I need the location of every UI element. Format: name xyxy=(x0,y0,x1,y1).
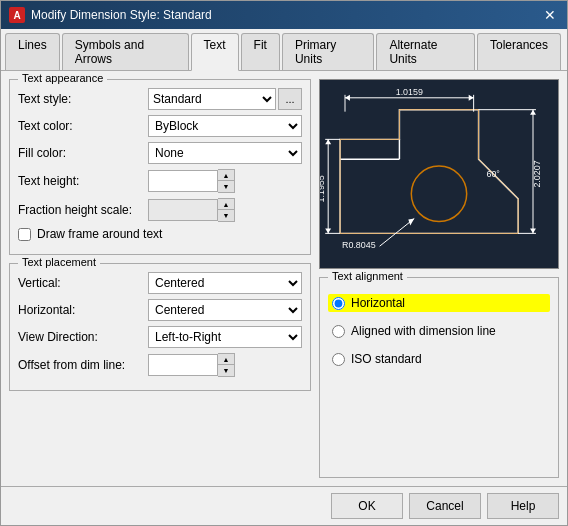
fill-color-row: Fill color: None xyxy=(18,142,302,164)
svg-text:60°: 60° xyxy=(486,169,500,179)
text-height-label: Text height: xyxy=(18,174,148,188)
right-panel: 1.0159 1.1955 2.0207 60° xyxy=(319,79,559,478)
horizontal-row: Horizontal: Centered xyxy=(18,299,302,321)
vertical-select[interactable]: Centered xyxy=(148,272,302,294)
text-color-label: Text color: xyxy=(18,119,148,133)
alignment-dimension-row: Aligned with dimension line xyxy=(328,322,550,340)
draw-frame-row: Draw frame around text xyxy=(18,227,302,241)
text-height-input[interactable]: 0.1800 xyxy=(148,170,218,192)
offset-row: Offset from dim line: 0.0900 ▲ ▼ xyxy=(18,353,302,377)
text-alignment-title: Text alignment xyxy=(328,270,407,282)
alignment-dimension-radio[interactable] xyxy=(332,325,345,338)
offset-spinner: 0.0900 ▲ ▼ xyxy=(148,353,302,377)
title-bar-left: A Modify Dimension Style: Standard xyxy=(9,7,212,23)
view-direction-label: View Direction: xyxy=(18,330,148,344)
app-icon: A xyxy=(9,7,25,23)
text-height-spinner-btns: ▲ ▼ xyxy=(218,169,235,193)
left-panel: Text appearance Text style: Standard ...… xyxy=(9,79,311,478)
text-alignment-group: Text alignment Horizontal Aligned with d… xyxy=(319,277,559,478)
offset-down-button[interactable]: ▼ xyxy=(218,365,234,376)
view-direction-select[interactable]: Left-to-Right xyxy=(148,326,302,348)
view-direction-row: View Direction: Left-to-Right xyxy=(18,326,302,348)
fraction-height-down-button[interactable]: ▼ xyxy=(218,210,234,221)
alignment-horizontal-label: Horizontal xyxy=(351,296,405,310)
text-style-select[interactable]: Standard xyxy=(148,88,276,110)
horizontal-label: Horizontal: xyxy=(18,303,148,317)
text-color-select[interactable]: ByBlock xyxy=(148,115,302,137)
horizontal-select[interactable]: Centered xyxy=(148,299,302,321)
fraction-height-spinner-btns: ▲ ▼ xyxy=(218,198,235,222)
text-appearance-title: Text appearance xyxy=(18,72,107,84)
fraction-height-input[interactable]: 1.0000 xyxy=(148,199,218,221)
preview-box: 1.0159 1.1955 2.0207 60° xyxy=(319,79,559,269)
offset-up-button[interactable]: ▲ xyxy=(218,354,234,365)
text-placement-group: Text placement Vertical: Centered Horizo… xyxy=(9,263,311,391)
text-placement-title: Text placement xyxy=(18,256,100,268)
text-style-label: Text style: xyxy=(18,92,148,106)
tab-text[interactable]: Text xyxy=(191,33,239,71)
alignment-horizontal-radio[interactable] xyxy=(332,297,345,310)
main-window: A Modify Dimension Style: Standard ✕ Lin… xyxy=(0,0,568,526)
text-height-spinner: 0.1800 ▲ ▼ xyxy=(148,169,302,193)
ok-button[interactable]: OK xyxy=(331,493,403,519)
text-style-row: Text style: Standard ... xyxy=(18,88,302,110)
bottom-bar: OK Cancel Help xyxy=(1,486,567,525)
tab-tolerances[interactable]: Tolerances xyxy=(477,33,561,70)
help-button[interactable]: Help xyxy=(487,493,559,519)
offset-input[interactable]: 0.0900 xyxy=(148,354,218,376)
text-style-browse-button[interactable]: ... xyxy=(278,88,302,110)
svg-text:1.0159: 1.0159 xyxy=(396,87,423,97)
alignment-horizontal-row: Horizontal xyxy=(328,294,550,312)
cancel-button[interactable]: Cancel xyxy=(409,493,481,519)
fill-color-select[interactable]: None xyxy=(148,142,302,164)
text-appearance-group: Text appearance Text style: Standard ...… xyxy=(9,79,311,255)
alignment-iso-label: ISO standard xyxy=(351,352,422,366)
alignment-iso-radio[interactable] xyxy=(332,353,345,366)
text-height-row: Text height: 0.1800 ▲ ▼ xyxy=(18,169,302,193)
tab-lines[interactable]: Lines xyxy=(5,33,60,70)
vertical-label: Vertical: xyxy=(18,276,148,290)
alignment-iso-row: ISO standard xyxy=(328,350,550,368)
draw-frame-label: Draw frame around text xyxy=(37,227,162,241)
text-height-up-button[interactable]: ▲ xyxy=(218,170,234,181)
offset-label: Offset from dim line: xyxy=(18,358,148,372)
fraction-height-spinner: 1.0000 ▲ ▼ xyxy=(148,198,302,222)
svg-text:1.1955: 1.1955 xyxy=(320,175,326,202)
preview-svg: 1.0159 1.1955 2.0207 60° xyxy=(320,80,558,268)
offset-spinner-btns: ▲ ▼ xyxy=(218,353,235,377)
tab-symbols-arrows[interactable]: Symbols and Arrows xyxy=(62,33,189,70)
svg-text:2.0207: 2.0207 xyxy=(532,160,542,187)
close-button[interactable]: ✕ xyxy=(541,6,559,24)
window-title: Modify Dimension Style: Standard xyxy=(31,8,212,22)
content-area: Text appearance Text style: Standard ...… xyxy=(1,71,567,486)
fill-color-label: Fill color: xyxy=(18,146,148,160)
title-bar: A Modify Dimension Style: Standard ✕ xyxy=(1,1,567,29)
tabs-bar: Lines Symbols and Arrows Text Fit Primar… xyxy=(1,29,567,71)
svg-text:R0.8045: R0.8045 xyxy=(342,240,376,250)
vertical-row: Vertical: Centered xyxy=(18,272,302,294)
tab-primary-units[interactable]: Primary Units xyxy=(282,33,374,70)
text-style-control: Standard ... xyxy=(148,88,302,110)
fraction-height-label: Fraction height scale: xyxy=(18,203,148,217)
tab-alternate-units[interactable]: Alternate Units xyxy=(376,33,475,70)
text-color-row: Text color: ByBlock xyxy=(18,115,302,137)
fraction-height-row: Fraction height scale: 1.0000 ▲ ▼ xyxy=(18,198,302,222)
draw-frame-checkbox[interactable] xyxy=(18,228,31,241)
fraction-height-up-button[interactable]: ▲ xyxy=(218,199,234,210)
tab-fit[interactable]: Fit xyxy=(241,33,280,70)
text-height-down-button[interactable]: ▼ xyxy=(218,181,234,192)
alignment-dimension-label: Aligned with dimension line xyxy=(351,324,496,338)
